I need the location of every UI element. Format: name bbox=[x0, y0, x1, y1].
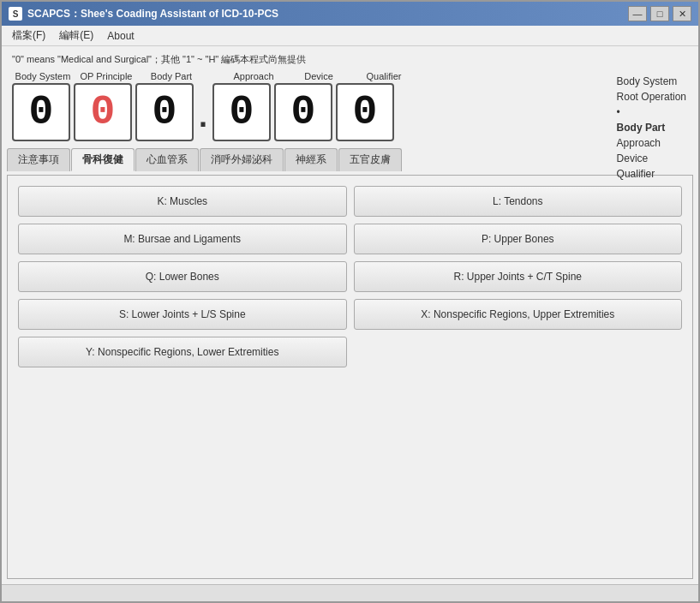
info-bar: "0" means "Medical and Surgical"；其他 "1" … bbox=[7, 51, 693, 68]
label-qualifier: Qualifier bbox=[351, 71, 416, 81]
tab-surgery[interactable]: 消呼外婦泌科 bbox=[200, 148, 284, 171]
app-icon: S bbox=[9, 7, 22, 21]
nav-body-system[interactable]: Body System bbox=[617, 75, 686, 88]
digit-qualifier[interactable]: 0 bbox=[336, 83, 394, 141]
minimize-button[interactable]: — bbox=[628, 6, 647, 21]
nav-dot: • bbox=[617, 105, 686, 119]
label-device: Device bbox=[286, 71, 351, 81]
title-bar: S SCAPCS：Shee's Coading Assistant of ICD… bbox=[2, 2, 698, 26]
upper-bones-button[interactable]: P: Upper Bones bbox=[354, 224, 683, 254]
label-op-principle: OP Principle bbox=[74, 71, 139, 81]
lower-bones-button[interactable]: Q: Lower Bones bbox=[18, 261, 347, 292]
code-labels-row: Body System OP Principle Body Part Appro… bbox=[7, 71, 693, 81]
digit-body-part[interactable]: 0 bbox=[135, 83, 194, 141]
tab-notes[interactable]: 注意事項 bbox=[7, 148, 70, 171]
label-body-part: Body Part bbox=[139, 71, 204, 81]
maximize-button[interactable]: □ bbox=[650, 6, 669, 21]
muscles-button[interactable]: K: Muscles bbox=[18, 186, 347, 217]
title-controls: — □ ✕ bbox=[628, 6, 691, 21]
button-row-4: S: Lower Joints + L/S Spine X: Nonspecif… bbox=[18, 299, 682, 330]
nav-device[interactable]: Device bbox=[617, 152, 686, 165]
tab-cardiovascular[interactable]: 心血管系 bbox=[135, 148, 199, 171]
menu-edit[interactable]: 編輯(E) bbox=[52, 27, 100, 45]
nonspecific-lower-button[interactable]: Y: Nonspecific Regions, Lower Extremitie… bbox=[18, 337, 347, 367]
nav-qualifier[interactable]: Qualifier bbox=[617, 167, 686, 181]
code-separator: . bbox=[197, 99, 209, 134]
main-content: "0" means "Medical and Surgical"；其他 "1" … bbox=[2, 46, 698, 584]
content-panel: K: Muscles L: Tendons M: Bursae and Liga… bbox=[7, 175, 693, 579]
code-digits-row: 0 0 0 . 0 0 0 bbox=[7, 83, 693, 141]
button-row-2: M: Bursae and Ligaments P: Upper Bones bbox=[18, 224, 682, 254]
button-row-1: K: Muscles L: Tendons bbox=[18, 186, 682, 217]
digit-approach[interactable]: 0 bbox=[212, 83, 271, 141]
tab-neurology[interactable]: 神經系 bbox=[284, 148, 338, 171]
main-window: S SCAPCS：Shee's Coading Assistant of ICD… bbox=[0, 0, 700, 603]
right-panel: Body System Root Operation • Body Part A… bbox=[610, 71, 693, 184]
button-row-5: Y: Nonspecific Regions, Lower Extremitie… bbox=[18, 337, 682, 367]
bursae-ligaments-button[interactable]: M: Bursae and Ligaments bbox=[18, 224, 347, 254]
tabs-row: 注意事項 骨科復健 心血管系 消呼外婦泌科 神經系 五官皮膚 bbox=[7, 148, 693, 171]
code-area-wrapper: Body System OP Principle Body Part Appro… bbox=[7, 71, 693, 141]
status-bar bbox=[2, 584, 698, 601]
nav-root-operation[interactable]: Root Operation bbox=[617, 90, 686, 104]
menu-bar: 檔案(F) 編輯(E) About bbox=[2, 26, 698, 46]
tab-ent[interactable]: 五官皮膚 bbox=[338, 148, 402, 171]
upper-joints-button[interactable]: R: Upper Joints + C/T Spine bbox=[354, 261, 683, 292]
close-button[interactable]: ✕ bbox=[673, 6, 691, 21]
tab-orthopedic[interactable]: 骨科復健 bbox=[71, 148, 135, 171]
window-title: SCAPCS：Shee's Coading Assistant of ICD-1… bbox=[27, 7, 278, 21]
label-approach: Approach bbox=[221, 71, 286, 81]
button-row-3: Q: Lower Bones R: Upper Joints + C/T Spi… bbox=[18, 261, 682, 292]
tendons-button[interactable]: L: Tendons bbox=[354, 186, 683, 217]
nav-body-part[interactable]: Body Part bbox=[617, 121, 686, 134]
menu-file[interactable]: 檔案(F) bbox=[5, 27, 52, 45]
digit-body-system[interactable]: 0 bbox=[12, 83, 70, 141]
lower-joints-button[interactable]: S: Lower Joints + L/S Spine bbox=[18, 299, 347, 330]
nav-approach[interactable]: Approach bbox=[617, 136, 686, 150]
digit-op-principle[interactable]: 0 bbox=[74, 83, 132, 141]
menu-about[interactable]: About bbox=[100, 28, 141, 44]
digit-device[interactable]: 0 bbox=[274, 83, 332, 141]
button-grid: K: Muscles L: Tendons M: Bursae and Liga… bbox=[18, 186, 682, 367]
label-body-system: Body System bbox=[12, 71, 74, 81]
nonspecific-upper-button[interactable]: X: Nonspecific Regions, Upper Extremitie… bbox=[354, 299, 683, 330]
title-bar-left: S SCAPCS：Shee's Coading Assistant of ICD… bbox=[9, 7, 278, 21]
